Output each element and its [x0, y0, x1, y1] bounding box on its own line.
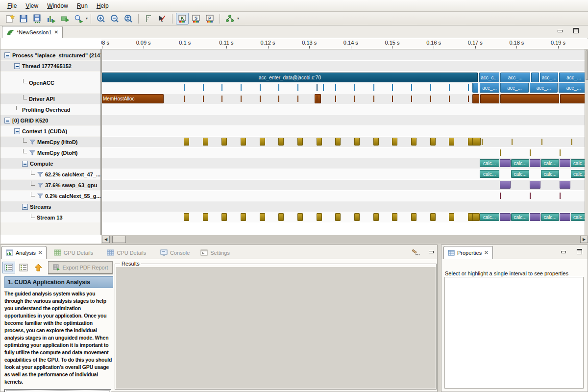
timeline-tick[interactable]	[482, 139, 483, 145]
timeline-bar[interactable]: calc...	[541, 213, 559, 221]
timeline-tick[interactable]	[530, 149, 531, 156]
scroll-right-button[interactable]: ▶	[580, 236, 588, 243]
measure-ruler-button[interactable]	[142, 13, 155, 24]
timeline-bar[interactable]: calc...	[511, 170, 529, 178]
collapse-toggle[interactable]	[22, 161, 28, 167]
minimize-icon[interactable]	[556, 28, 564, 35]
tree-row-swap37[interactable]: 37.6% swap_63_gpu	[0, 180, 100, 190]
timeline-tick[interactable]	[560, 193, 561, 199]
close-icon[interactable]: ✕	[484, 250, 488, 255]
timeline-tick[interactable]	[392, 84, 393, 91]
close-icon[interactable]: ✕	[38, 250, 42, 255]
tab-analysis[interactable]: Analysis✕	[1, 246, 47, 259]
pin-timeline-button[interactable]	[156, 13, 169, 24]
timeline-bar[interactable]	[260, 213, 265, 221]
timeline-tick[interactable]	[260, 84, 261, 91]
tree-row-context[interactable]: Context 1 (CUDA)	[0, 126, 100, 136]
timeline-bar[interactable]	[392, 138, 397, 146]
timeline-tick[interactable]	[373, 96, 374, 102]
chevron-down-icon[interactable]: ▾	[237, 16, 239, 21]
timeline-tick[interactable]	[354, 96, 355, 102]
timeline-tick[interactable]	[473, 84, 474, 91]
unguided-mode-button[interactable]	[17, 262, 30, 273]
timeline-tick[interactable]	[184, 84, 185, 91]
timeline-bar[interactable]	[472, 138, 481, 146]
timeline-bar[interactable]	[297, 213, 303, 221]
timeline-bar[interactable]	[500, 159, 511, 167]
maximize-icon[interactable]	[571, 28, 580, 35]
timeline-tick[interactable]	[335, 96, 336, 102]
timeline-bar[interactable]	[315, 94, 321, 103]
timeline-bar[interactable]	[278, 138, 284, 146]
timeline-bar[interactable]	[449, 213, 454, 221]
timeline-tick[interactable]	[354, 84, 355, 91]
search-analysis-button[interactable]	[72, 13, 85, 24]
timeline-tick[interactable]	[500, 149, 501, 156]
timeline-bar[interactable]: acc_...	[500, 73, 530, 82]
timeline-tick[interactable]	[323, 84, 324, 91]
timeline-bar[interactable]: acc_c...	[479, 73, 499, 82]
timeline-bar[interactable]: acc_enter_data@jacobi.c:70	[102, 73, 478, 82]
scrollbar-thumb[interactable]	[586, 50, 588, 80]
timeline-bar[interactable]: acc_...	[559, 83, 585, 93]
tree-row-thread[interactable]: Thread 1777465152	[0, 61, 100, 71]
process-view-toggle[interactable]: P	[203, 13, 216, 24]
timeline-tick[interactable]	[241, 96, 242, 102]
tab-settings[interactable]: Settings	[196, 246, 234, 259]
timeline-bar[interactable]: calc...	[511, 213, 529, 221]
timeline-tick[interactable]	[278, 96, 279, 102]
timeline-bar[interactable]	[560, 213, 570, 221]
collapse-toggle[interactable]	[4, 118, 10, 123]
timeline-bar[interactable]	[560, 94, 585, 103]
timeline-bar[interactable]: calc...	[571, 213, 585, 221]
timeline-bar[interactable]	[278, 213, 284, 221]
scroll-left-button[interactable]: ◀	[102, 236, 110, 243]
menu-item-window[interactable]: Window	[43, 1, 73, 11]
collapse-toggle[interactable]	[4, 52, 10, 58]
scrollbar-thumb[interactable]	[112, 236, 126, 243]
timeline-tick[interactable]	[297, 96, 298, 102]
tree-row-stream13[interactable]: Stream 13	[0, 212, 100, 222]
tab-cpu-details[interactable]: CPU Details	[103, 246, 150, 259]
timeline-tick[interactable]	[430, 84, 431, 91]
timeline-bar[interactable]: MemHostAlloc	[102, 94, 164, 103]
timeline-tick[interactable]	[468, 96, 469, 102]
timeline-bar[interactable]	[335, 213, 341, 221]
generate-timeline-button[interactable]	[45, 13, 57, 24]
timeline-tick[interactable]	[512, 139, 513, 145]
menu-item-run[interactable]: Run	[73, 1, 92, 11]
timeline-bar[interactable]: calc...	[480, 170, 499, 178]
timeline-bar[interactable]	[500, 94, 559, 103]
tab-gpu-details[interactable]: GPU Details	[50, 246, 98, 259]
timeline-bar[interactable]	[530, 213, 540, 221]
timeline-bar[interactable]	[317, 213, 322, 221]
tree-row-process[interactable]: Process "laplace_structured" (214)	[0, 50, 100, 60]
menu-item-help[interactable]: Help	[92, 1, 113, 11]
timeline-tick[interactable]	[468, 84, 469, 91]
timeline-bar[interactable]: acc_...	[500, 83, 529, 93]
tree-row-calc02[interactable]: 0.2% calcNext_55_g...	[0, 191, 100, 201]
menu-item-view[interactable]: View	[21, 1, 43, 11]
save-all-button[interactable]	[31, 13, 44, 24]
timeline-bar[interactable]: calc...	[541, 170, 559, 178]
collapse-toggle[interactable]	[14, 63, 20, 69]
timeline-tick[interactable]	[317, 84, 318, 91]
tree-row-compute[interactable]: Compute	[0, 158, 100, 169]
kernel-view-toggle[interactable]: K	[176, 13, 189, 24]
minimize-icon[interactable]	[559, 249, 568, 256]
export-pdf-button[interactable]: Export PDF Report	[48, 261, 113, 274]
timeline-tick[interactable]	[317, 96, 318, 102]
zoom-out-button[interactable]	[108, 13, 121, 24]
timeline-bar[interactable]	[241, 138, 246, 146]
timeline-bar[interactable]	[411, 138, 416, 146]
timeline-bar[interactable]: acc_...	[559, 73, 585, 82]
timeline-tick[interactable]	[203, 84, 204, 91]
timeline-tick[interactable]	[335, 84, 336, 91]
timeline-bar[interactable]	[430, 213, 436, 221]
collapse-toggle[interactable]	[22, 204, 28, 210]
tree-row-calc62[interactable]: 62.2% calcNext_47_...	[0, 169, 100, 179]
timeline-tick[interactable]	[373, 84, 374, 91]
timeline-bar[interactable]	[203, 138, 208, 146]
timeline-bar[interactable]	[530, 181, 540, 189]
timeline-tick[interactable]	[500, 193, 501, 199]
